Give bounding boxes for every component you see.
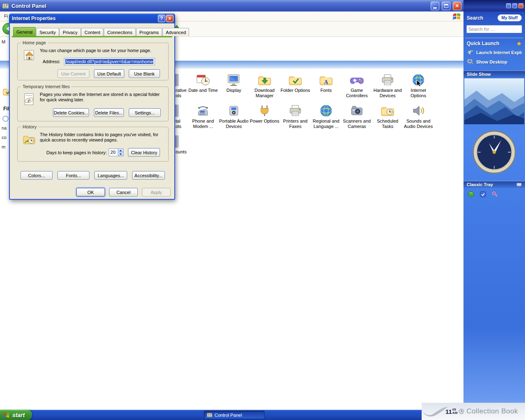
analog-clock-widget [472, 130, 516, 174]
cp-item-scheduled-tasks[interactable]: Scheduled Tasks [372, 104, 403, 129]
search-header: Search [467, 15, 483, 21]
temporary-files-group-label: Temporary Internet files [21, 84, 71, 89]
home-page-description: You can change which page to use for you… [40, 48, 164, 53]
clock-icon [196, 73, 210, 87]
control-panel-icon [207, 412, 212, 418]
ok-button[interactable]: OK [76, 188, 105, 196]
power-icon [258, 104, 272, 118]
use-current-button[interactable]: Use Current [57, 69, 89, 78]
tab-underline [12, 36, 172, 37]
internet-properties-dialog: Internet Properties ? × GeneralSecurityP… [9, 14, 175, 200]
cp-item-label: Date and Time [188, 88, 218, 93]
temporary-files-icon: e [23, 93, 36, 106]
quick-launch-list: eLaunch Internet ExplorerShow Desktop [463, 48, 525, 66]
accessibility-button[interactable]: Accessibility... [132, 171, 165, 180]
cp-item-download-manager[interactable]: Download Manager [249, 73, 280, 98]
classic-tray-header: Classic Tray [467, 182, 493, 187]
slide-show-image[interactable] [464, 78, 524, 124]
sidebar-options-button[interactable] [512, 3, 517, 8]
fonts-button[interactable]: Fonts... [57, 171, 89, 180]
cp-item-scanners-and-cameras[interactable]: Scanners and Cameras [341, 104, 372, 129]
colors-button[interactable]: Colors... [21, 171, 52, 180]
appearance-buttons: Colors...Fonts...Languages...Accessibili… [21, 171, 165, 180]
home-page-address-value: /isapi/redir.dll?prd=ie&pver=6&ar=msnhom… [65, 59, 153, 64]
svg-text:A: A [324, 79, 329, 85]
cancel-button[interactable]: Cancel [109, 188, 138, 196]
folder-clock-icon [381, 104, 395, 118]
settings-button[interactable]: Settings... [129, 108, 161, 117]
tray-green-icon[interactable] [468, 191, 475, 198]
spinner-up-button[interactable] [118, 149, 123, 153]
cp-item-portable-audio-devices[interactable]: Portable Audio Devices [218, 104, 249, 129]
swoosh-logo-icon [422, 405, 449, 418]
sidebar-panel: Search My Stuff Quick Launch eLaunch Int… [463, 0, 525, 420]
search-input[interactable] [466, 25, 522, 33]
cp-item-game-controllers[interactable]: Game Controllers [341, 73, 372, 98]
cp-item-printers-and-faxes[interactable]: Printers and Faxes [280, 104, 311, 129]
cp-item-phone-and-modem[interactable]: Phone and Modem ... [187, 104, 219, 129]
cp-item-partial-2[interactable]: ounts [176, 149, 187, 155]
cp-item-partial-0[interactable]: rativeols [176, 88, 187, 98]
cp-item-date-and-time[interactable]: Date and Time [187, 73, 219, 93]
taskbar-item-control-panel[interactable]: Control Panel [204, 411, 265, 419]
cp-item-hardware-and-devices[interactable]: Hardware and Devices [372, 73, 403, 98]
tab-privacy[interactable]: Privacy [59, 28, 81, 36]
tab-security[interactable]: Security [36, 28, 59, 36]
cp-item-label: Game Controllers [341, 88, 372, 98]
days-value: 20 [109, 149, 118, 156]
use-default-button[interactable]: Use Default [94, 69, 124, 78]
tray-status-icon[interactable] [459, 409, 464, 414]
cp-item-label: Internet Options [403, 88, 434, 98]
tray-key-icon[interactable] [491, 191, 498, 198]
sidebar-close-button[interactable] [518, 3, 523, 8]
windows-flag-icon [3, 411, 10, 419]
clock-hour: 11 [445, 408, 452, 415]
history-icon [23, 133, 36, 146]
tab-connections[interactable]: Connections [104, 28, 135, 36]
quick-launch-launch-internet-explorer[interactable]: eLaunch Internet Explorer [463, 48, 525, 57]
quick-launch-header: Quick Launch [467, 41, 499, 46]
help-button[interactable]: ? [158, 15, 165, 22]
spinner-down-button[interactable] [118, 153, 123, 156]
tab-content[interactable]: Content [81, 28, 104, 36]
home-page-address-input[interactable]: /isapi/redir.dll?prd=ie&pver=6&ar=msnhom… [64, 58, 155, 65]
cp-item-power-options[interactable]: Power Options [249, 104, 280, 124]
days-spinner[interactable]: 20 [109, 148, 123, 156]
dialog-titlebar[interactable]: Internet Properties ? × [9, 14, 175, 23]
cp-item-folder-options[interactable]: Folder Options [280, 73, 311, 93]
delete-cookies-button[interactable]: Delete Cookies... [53, 108, 89, 117]
quick-launch-star-icon [516, 41, 522, 46]
tab-general[interactable]: General [13, 27, 36, 36]
dialog-title: Internet Properties [12, 16, 157, 21]
start-button[interactable]: start [0, 410, 32, 420]
cp-item-partial-1[interactable]: talols [176, 119, 181, 129]
quick-launch-show-desktop[interactable]: Show Desktop [463, 57, 525, 66]
clear-history-button[interactable]: Clear History [128, 148, 160, 157]
cp-item-label: Portable Audio Devices [218, 119, 249, 129]
dialog-close-button[interactable]: × [166, 15, 173, 22]
sidebar-minimize-button[interactable] [506, 3, 511, 8]
tray-blue-icon[interactable] [479, 191, 486, 198]
cp-item-display[interactable]: Display [218, 73, 249, 93]
tab-programs[interactable]: Programs [136, 28, 162, 36]
monitor-icon [227, 73, 241, 87]
cp-item-label: Scanners and Cameras [341, 119, 372, 129]
clock-ampm: AM [452, 411, 457, 415]
dialog-tabs: GeneralSecurityPrivacyContentConnections… [13, 27, 189, 36]
cp-item-fonts[interactable]: AFonts [310, 73, 342, 93]
sidebar-titlebar [463, 0, 525, 11]
audio-device-icon [227, 104, 241, 118]
globe-icon [411, 73, 425, 87]
cp-partial-icon [175, 105, 179, 117]
cp-item-internet-options[interactable]: Internet Options [403, 73, 434, 98]
temporary-files-group: Temporary Internet files e Pages you vie… [17, 87, 169, 121]
my-stuff-button[interactable]: My Stuff [498, 14, 522, 21]
tab-advanced[interactable]: Advanced [162, 28, 189, 36]
languages-button[interactable]: Languages... [94, 171, 127, 180]
cp-item-regional-and-language[interactable]: Regional and Language ... [310, 104, 342, 129]
delete-files-button[interactable]: Delete Files... [94, 108, 124, 117]
apply-button[interactable]: Apply [142, 188, 171, 196]
cp-item-sounds-and-audio-devices[interactable]: Sounds and Audio Devices [403, 104, 434, 129]
use-blank-button[interactable]: Use Blank [129, 69, 160, 78]
dialog-footer: OK Cancel Apply [76, 188, 171, 196]
